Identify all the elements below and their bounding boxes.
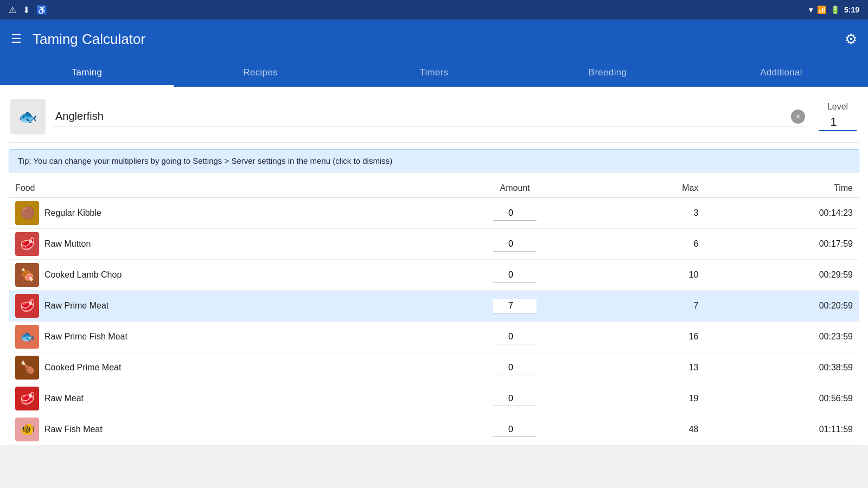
app-title: Taming Calculator	[33, 31, 145, 48]
max-cell-raw-prime-fish-meat: 16	[608, 322, 705, 352]
main-content: 🐟 × Level Tip: You can change your multi…	[0, 87, 868, 445]
time-cell-raw-meat: 00:56:59	[705, 383, 859, 414]
time-cell-raw-prime-meat: 00:20:59	[705, 291, 859, 322]
food-cell-cooked-lamb-chop: 🍖 Cooked Lamb Chop	[9, 260, 422, 291]
food-icon-raw-meat: 🥩	[15, 387, 39, 410]
food-name-raw-prime-fish-meat: Raw Prime Fish Meat	[44, 332, 127, 342]
food-icon-cooked-prime-meat: 🍗	[15, 356, 39, 380]
food-name-raw-mutton: Raw Mutton	[44, 239, 91, 249]
status-icons-right: ▾ 📶 🔋 5:19	[809, 5, 859, 14]
app-bar: ☰ Taming Calculator ⚙	[0, 20, 868, 59]
max-cell-cooked-lamb-chop: 10	[608, 260, 705, 291]
max-cell-raw-fish-meat: 48	[608, 414, 705, 445]
amount-cell-raw-prime-meat	[422, 291, 608, 322]
time-cell-cooked-prime-meat: 00:38:59	[705, 352, 859, 383]
max-cell-cooked-prime-meat: 13	[608, 352, 705, 383]
max-cell-raw-mutton: 6	[608, 229, 705, 260]
tab-bar: Taming Recipes Timers Breeding Additiona…	[0, 59, 868, 87]
amount-input-regular-kibble[interactable]	[493, 206, 537, 221]
amount-input-raw-prime-fish-meat[interactable]	[493, 330, 537, 344]
food-name-cooked-prime-meat: Cooked Prime Meat	[44, 363, 121, 373]
food-cell-cooked-prime-meat: 🍗 Cooked Prime Meat	[9, 352, 422, 383]
food-cell-raw-fish-meat: 🐠 Raw Fish Meat	[9, 414, 422, 445]
amount-input-raw-prime-meat[interactable]	[493, 299, 537, 313]
level-label: Level	[827, 102, 848, 112]
status-icons-left: ⚠ ⬇ ♿	[9, 5, 47, 15]
tip-text: Tip: You can change your multipliers by …	[18, 156, 392, 165]
app-bar-left: ☰ Taming Calculator	[11, 31, 145, 48]
table-header-row: Food Amount Max Time	[9, 179, 859, 198]
food-icon-cooked-lamb-chop: 🍖	[15, 263, 39, 287]
food-cell-regular-kibble: 🟤 Regular Kibble	[9, 198, 422, 229]
level-input[interactable]	[819, 114, 857, 131]
table-row: 🍖 Cooked Lamb Chop 1000:29:59	[9, 260, 859, 291]
food-cell-raw-prime-fish-meat: 🐟 Raw Prime Fish Meat	[9, 322, 422, 352]
col-header-max: Max	[608, 179, 705, 198]
creature-search-input[interactable]	[53, 107, 809, 126]
food-cell-raw-meat: 🥩 Raw Meat	[9, 383, 422, 414]
accessibility-icon: ♿	[36, 5, 47, 15]
time-cell-raw-mutton: 00:17:59	[705, 229, 859, 260]
amount-input-raw-meat[interactable]	[493, 391, 537, 406]
signal-icon: 📶	[817, 5, 826, 14]
table-row: 🥩 Raw Mutton 600:17:59	[9, 229, 859, 260]
menu-button[interactable]: ☰	[11, 32, 22, 46]
table-row: 🐟 Raw Prime Fish Meat 1600:23:59	[9, 322, 859, 352]
tab-timers-label: Timers	[419, 67, 448, 78]
food-cell-raw-prime-meat: 🥩 Raw Prime Meat	[9, 291, 422, 322]
tab-additional[interactable]: Additional	[694, 59, 868, 87]
amount-input-raw-fish-meat[interactable]	[493, 422, 537, 437]
animal-image: 🐟	[10, 99, 46, 134]
settings-button[interactable]: ⚙	[845, 31, 857, 48]
amount-cell-raw-meat	[422, 383, 608, 414]
time-cell-cooked-lamb-chop: 00:29:59	[705, 260, 859, 291]
wifi-icon: ▾	[809, 5, 813, 14]
amount-cell-raw-prime-fish-meat	[422, 322, 608, 352]
food-icon-regular-kibble: 🟤	[15, 201, 39, 225]
tab-taming-label: Taming	[72, 67, 103, 78]
animal-icon-container: 🐟	[9, 98, 47, 136]
status-bar: ⚠ ⬇ ♿ ▾ 📶 🔋 5:19	[0, 0, 868, 20]
tab-recipes-label: Recipes	[243, 67, 278, 78]
amount-cell-cooked-lamb-chop	[422, 260, 608, 291]
tab-timers[interactable]: Timers	[347, 59, 521, 87]
table-row: 🐠 Raw Fish Meat 4801:11:59	[9, 414, 859, 445]
max-cell-raw-prime-meat: 7	[608, 291, 705, 322]
food-icon-raw-prime-meat: 🥩	[15, 294, 39, 318]
table-row: 🍗 Cooked Prime Meat 1300:38:59	[9, 352, 859, 383]
col-header-amount: Amount	[422, 179, 608, 198]
level-box: Level	[816, 102, 859, 131]
time-cell-raw-prime-fish-meat: 00:23:59	[705, 322, 859, 352]
col-header-time: Time	[705, 179, 859, 198]
tab-additional-label: Additional	[760, 67, 802, 78]
food-name-regular-kibble: Regular Kibble	[44, 208, 101, 218]
tab-breeding-label: Breeding	[589, 67, 627, 78]
tab-recipes[interactable]: Recipes	[174, 59, 347, 87]
amount-cell-raw-fish-meat	[422, 414, 608, 445]
tip-banner[interactable]: Tip: You can change your multipliers by …	[9, 149, 859, 172]
food-name-cooked-lamb-chop: Cooked Lamb Chop	[44, 270, 122, 280]
time-cell-raw-fish-meat: 01:11:59	[705, 414, 859, 445]
clear-search-button[interactable]: ×	[791, 110, 805, 124]
search-container: ×	[53, 107, 809, 126]
col-header-food: Food	[9, 179, 422, 198]
time-display: 5:19	[844, 5, 859, 14]
amount-input-cooked-prime-meat[interactable]	[493, 361, 537, 375]
amount-cell-cooked-prime-meat	[422, 352, 608, 383]
time-cell-regular-kibble: 00:14:23	[705, 198, 859, 229]
food-name-raw-meat: Raw Meat	[44, 394, 84, 403]
max-cell-raw-meat: 19	[608, 383, 705, 414]
table-row: 🟤 Regular Kibble 300:14:23	[9, 198, 859, 229]
amount-input-cooked-lamb-chop[interactable]	[493, 268, 537, 282]
tab-taming[interactable]: Taming	[0, 59, 174, 87]
table-row: 🥩 Raw Meat 1900:56:59	[9, 383, 859, 414]
amount-cell-raw-mutton	[422, 229, 608, 260]
download-icon: ⬇	[23, 5, 30, 15]
tab-breeding[interactable]: Breeding	[521, 59, 694, 87]
search-row: 🐟 × Level	[9, 93, 859, 143]
amount-input-raw-mutton[interactable]	[493, 237, 537, 252]
food-cell-raw-mutton: 🥩 Raw Mutton	[9, 229, 422, 260]
alert-icon: ⚠	[9, 5, 16, 15]
food-icon-raw-fish-meat: 🐠	[15, 418, 39, 441]
amount-cell-regular-kibble	[422, 198, 608, 229]
